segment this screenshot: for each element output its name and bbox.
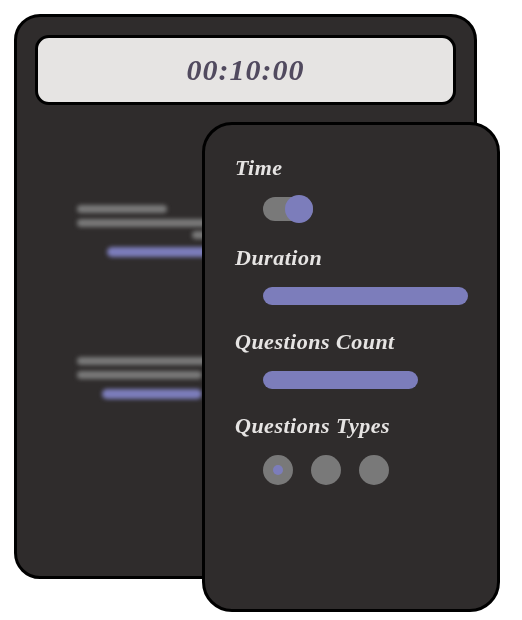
type-option-1[interactable] [263,455,293,485]
blur-line [77,205,167,213]
duration-label: Duration [235,245,467,271]
questions-count-label: Questions Count [235,329,467,355]
toggle-thumb [285,195,313,223]
questions-types-setting-group: Questions Types [235,413,467,485]
duration-slider[interactable] [263,287,468,305]
questions-types-label: Questions Types [235,413,467,439]
timer-bar: 00:10:00 [35,35,456,105]
timer-display: 00:10:00 [187,53,305,87]
time-setting-group: Time [235,155,467,221]
type-option-3[interactable] [359,455,389,485]
time-label: Time [235,155,467,181]
type-option-2[interactable] [311,455,341,485]
type-options-row [263,455,467,485]
blur-line [77,357,217,365]
time-toggle[interactable] [263,197,313,221]
blur-accent-line [102,389,202,399]
quiz-settings-panel: Time Duration Questions Count Questions … [202,122,500,612]
questions-count-setting-group: Questions Count [235,329,467,389]
duration-setting-group: Duration [235,245,467,305]
blur-line [77,371,202,379]
questions-count-slider[interactable] [263,371,418,389]
